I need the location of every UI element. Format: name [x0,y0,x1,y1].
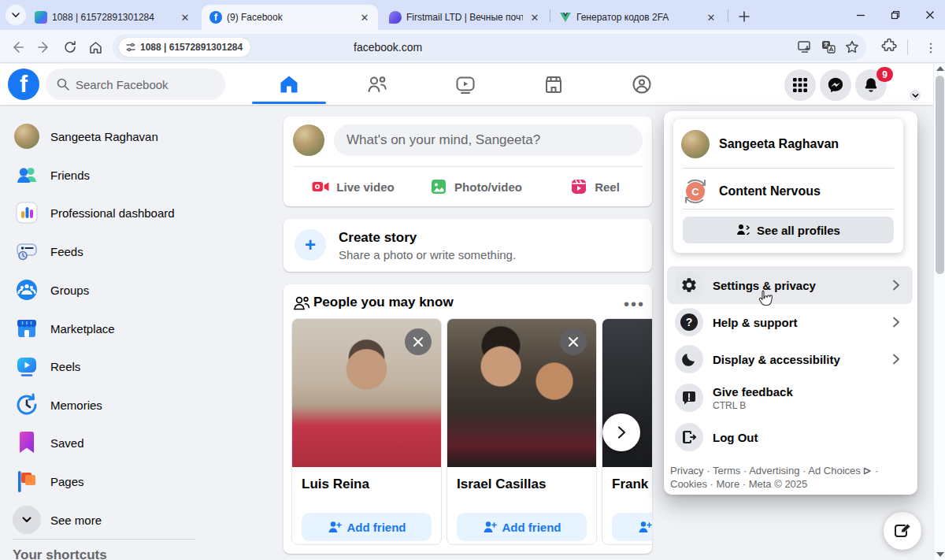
close-icon [412,336,424,348]
scroll-down-arrow[interactable] [936,552,944,557]
page-name: Content Nervous [719,184,821,198]
status-input[interactable]: What's on your mind, Sangeeta? [334,124,643,156]
new-post-fab[interactable] [884,512,921,550]
profile-row[interactable]: Sangeeta Raghavan [681,127,839,161]
see-all-profiles-button[interactable]: See all profiles [683,217,894,243]
reel-button[interactable]: Reel [551,172,638,201]
add-friend-label: Add friend [347,521,406,534]
browser-menu-button[interactable]: ⋮ [923,39,939,56]
sidebar-item-friends[interactable]: Friends [6,156,272,194]
install-icon[interactable] [797,39,813,55]
tab-search-button[interactable] [6,5,26,25]
add-friend-button[interactable]: Add friend [612,513,652,541]
menu-item-give-feedback[interactable]: Give feedback CTRL B [667,377,913,418]
extensions-icon[interactable] [880,38,898,55]
apps-menu-button[interactable] [784,69,816,101]
dismiss-suggestion-button[interactable] [560,328,587,355]
sidebar-item-profile[interactable]: Sangeeta Raghavan [6,117,272,155]
person-name[interactable]: Israel Casillas [457,477,546,492]
sidebar-item-professional-dashboard[interactable]: Professional dashboard [6,194,272,232]
bell-icon [862,76,880,94]
avatar [13,122,41,150]
action-label: Reel [595,180,620,194]
nav-tab-groups[interactable] [604,67,680,102]
friends-icon [13,161,41,189]
person-name[interactable]: Frank A [612,477,652,492]
reload-button[interactable] [60,37,80,57]
nav-tab-friends[interactable] [339,67,415,102]
sidebar-item-feeds[interactable]: Feeds [6,232,272,270]
messenger-button[interactable] [820,69,851,101]
window-close-button[interactable] [918,6,942,24]
sidebar-item-pages[interactable]: Pages [6,462,272,500]
tab-facebook-active[interactable]: f (9) Facebook ✕ [202,5,378,30]
menu-item-label: Log Out [713,431,758,444]
next-suggestions-button[interactable] [602,414,640,451]
tab-close-icon[interactable]: ✕ [178,10,192,24]
sidebar-item-marketplace[interactable]: Marketplace [6,310,272,347]
photo-video-button[interactable]: Photo/video [413,172,539,201]
composer-avatar[interactable] [293,124,324,156]
dismiss-suggestion-button[interactable] [405,328,432,355]
back-button[interactable] [7,37,28,57]
sidebar-item-reels[interactable]: Reels [6,347,272,385]
nav-tab-watch[interactable] [428,67,503,102]
plus-icon [739,11,750,22]
search-input[interactable]: Search Facebook [46,69,225,100]
menu-item-label: Give feedback [713,385,793,399]
nav-tab-marketplace[interactable] [516,67,591,102]
menu-item-settings-privacy[interactable]: Settings & privacy [667,266,913,304]
translate-icon[interactable] [821,39,836,55]
chip-label: 1088 | 61572891301284 [140,42,243,53]
menu-item-log-out[interactable]: Log Out [667,418,913,456]
page-profile-row[interactable]: C Content Nervous [681,174,821,209]
tab-close-icon[interactable]: ✕ [358,10,372,24]
facebook-logo[interactable]: f [8,69,39,100]
menu-item-help-support[interactable]: ? Help & support [667,303,913,341]
search-icon [57,78,69,91]
add-friend-button[interactable]: Add friend [302,513,432,541]
site-chip[interactable]: 1088 | 61572891301284 [119,38,250,57]
add-friend-button[interactable]: Add friend [457,513,587,541]
nav-tab-home[interactable] [251,67,327,102]
menu-item-display-accessibility[interactable]: Display & accessibility [667,340,913,378]
scrollbar-thumb[interactable] [936,76,944,274]
person-plus-icon [638,521,652,533]
legal-links[interactable]: Privacy · Terms · Advertising · Ad Choic… [670,465,861,477]
tab-close-icon[interactable]: ✕ [704,10,718,24]
sidebar-item-label: Pages [50,475,84,488]
bookmark-star-icon[interactable] [844,39,860,55]
tab-title: 1088 | 61572891301284 [52,12,173,23]
window-restore-button[interactable] [884,6,907,24]
window-minimize-button[interactable] [849,6,873,24]
person-name[interactable]: Luis Reina [302,477,369,492]
address-bar[interactable]: 1088 | 61572891301284 facebook.com [113,34,866,61]
create-story-card[interactable]: + Create story Share a photo or write so… [284,219,652,272]
minimize-icon [856,10,865,20]
scroll-up-arrow[interactable] [936,66,944,71]
friends-nav-icon [366,73,388,95]
pymk-options-button[interactable]: ••• [624,295,645,313]
post-composer-card: What's on your mind, Sangeeta? Live vide… [284,117,652,206]
sidebar-item-groups[interactable]: Groups [6,271,272,309]
tab-firstmail[interactable]: Firstmail LTD | Вечные почтовы ✕ [381,5,548,30]
page-scrollbar[interactable] [933,64,945,560]
action-label: Live video [336,180,394,194]
new-tab-button[interactable] [734,6,754,27]
groups-nav-icon [631,73,653,95]
tab-close-icon[interactable]: ✕ [528,10,542,24]
firstmail-favicon [389,11,402,24]
legal-footer[interactable]: Privacy · Terms · Advertising · Ad Choic… [670,464,908,491]
tab-2fa-generator[interactable]: Генератор кодов 2FA ✕ [551,5,724,30]
home-button[interactable] [85,37,106,57]
live-video-button[interactable]: Live video [298,172,408,201]
grid-icon [792,77,808,93]
sidebar-item-label: Groups [50,284,89,297]
url-text: facebook.com [354,41,422,54]
marketplace-nav-icon [543,73,565,95]
sidebar-item-saved[interactable]: Saved [6,424,272,462]
sidebar-item-memories[interactable]: Memories [6,386,272,424]
tab-accounts[interactable]: 1088 | 61572891301284 ✕ [27,5,198,30]
sidebar-item-see-more[interactable]: See more [6,501,272,539]
forward-button[interactable] [34,37,54,57]
